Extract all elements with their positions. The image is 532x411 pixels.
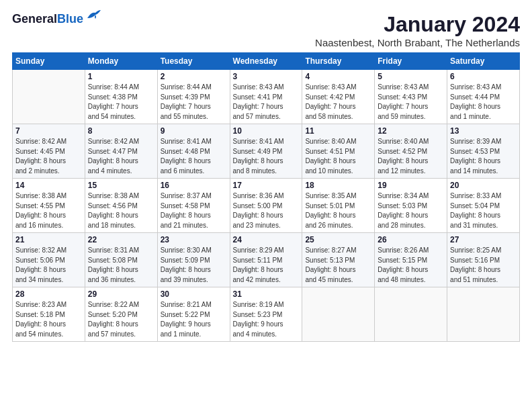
calendar-cell: 17Sunrise: 8:36 AM Sunset: 5:00 PM Dayli… [230,179,302,233]
day-number: 13 [450,126,517,136]
day-info: Sunrise: 8:42 AM Sunset: 4:47 PM Dayligh… [88,137,154,176]
day-info: Sunrise: 8:27 AM Sunset: 5:13 PM Dayligh… [305,246,371,285]
calendar-header-row: SundayMondayTuesdayWednesdayThursdayFrid… [13,53,520,70]
day-info: Sunrise: 8:43 AM Sunset: 4:42 PM Dayligh… [305,83,371,122]
title-area: January 2024 Naastenbest, North Brabant,… [315,12,520,48]
col-header-saturday: Saturday [447,53,520,70]
day-info: Sunrise: 8:26 AM Sunset: 5:15 PM Dayligh… [378,246,444,285]
calendar-week-row: 1Sunrise: 8:44 AM Sunset: 4:38 PM Daylig… [13,70,520,124]
calendar-week-row: 21Sunrise: 8:32 AM Sunset: 5:06 PM Dayli… [13,233,520,287]
page: GeneralBlue January 2024 Naastenbest, No… [0,0,532,349]
logo-general: General [12,12,57,26]
day-info: Sunrise: 8:29 AM Sunset: 5:11 PM Dayligh… [233,246,300,285]
calendar-cell: 16Sunrise: 8:37 AM Sunset: 4:58 PM Dayli… [157,179,230,233]
calendar-cell: 27Sunrise: 8:25 AM Sunset: 5:16 PM Dayli… [447,233,520,287]
day-info: Sunrise: 8:40 AM Sunset: 4:52 PM Dayligh… [378,137,444,176]
day-number: 19 [378,181,444,190]
calendar-cell: 18Sunrise: 8:35 AM Sunset: 5:01 PM Dayli… [302,179,375,233]
day-number: 1 [88,72,154,81]
day-number: 10 [233,126,300,136]
day-number: 30 [161,289,227,299]
calendar-table: SundayMondayTuesdayWednesdayThursdayFrid… [12,52,520,342]
calendar-cell: 7Sunrise: 8:42 AM Sunset: 4:45 PM Daylig… [13,124,85,179]
calendar-week-row: 7Sunrise: 8:42 AM Sunset: 4:45 PM Daylig… [13,124,520,179]
day-info: Sunrise: 8:25 AM Sunset: 5:16 PM Dayligh… [450,246,517,285]
calendar-cell [375,287,447,342]
logo: GeneralBlue [12,12,101,26]
day-number: 16 [161,181,227,190]
day-number: 18 [305,181,371,190]
col-header-thursday: Thursday [302,53,375,70]
day-info: Sunrise: 8:40 AM Sunset: 4:51 PM Dayligh… [305,137,371,176]
day-number: 25 [305,235,371,244]
month-title: January 2024 [315,12,520,37]
day-info: Sunrise: 8:22 AM Sunset: 5:20 PM Dayligh… [88,300,154,339]
calendar-week-row: 28Sunrise: 8:23 AM Sunset: 5:18 PM Dayli… [13,287,520,342]
calendar-cell: 10Sunrise: 8:41 AM Sunset: 4:49 PM Dayli… [230,124,302,179]
col-header-wednesday: Wednesday [230,53,302,70]
day-info: Sunrise: 8:44 AM Sunset: 4:38 PM Dayligh… [88,83,154,122]
day-info: Sunrise: 8:34 AM Sunset: 5:03 PM Dayligh… [378,191,444,230]
day-info: Sunrise: 8:44 AM Sunset: 4:39 PM Dayligh… [161,83,227,122]
col-header-tuesday: Tuesday [157,53,230,70]
calendar-cell: 31Sunrise: 8:19 AM Sunset: 5:23 PM Dayli… [230,287,302,342]
day-info: Sunrise: 8:35 AM Sunset: 5:01 PM Dayligh… [305,191,371,230]
calendar-cell: 22Sunrise: 8:31 AM Sunset: 5:08 PM Dayli… [85,233,157,287]
day-number: 9 [161,126,227,136]
day-info: Sunrise: 8:23 AM Sunset: 5:18 PM Dayligh… [15,300,82,339]
location-title: Naastenbest, North Brabant, The Netherla… [315,37,520,48]
day-info: Sunrise: 8:41 AM Sunset: 4:48 PM Dayligh… [161,137,227,176]
day-info: Sunrise: 8:42 AM Sunset: 4:45 PM Dayligh… [15,137,82,176]
calendar-cell: 3Sunrise: 8:43 AM Sunset: 4:41 PM Daylig… [230,70,302,124]
day-info: Sunrise: 8:43 AM Sunset: 4:43 PM Dayligh… [378,83,444,122]
day-number: 29 [88,289,154,299]
day-info: Sunrise: 8:31 AM Sunset: 5:08 PM Dayligh… [88,246,154,285]
header: GeneralBlue January 2024 Naastenbest, No… [12,12,520,48]
calendar-cell: 15Sunrise: 8:38 AM Sunset: 4:56 PM Dayli… [85,179,157,233]
day-number: 26 [378,235,444,244]
day-number: 7 [15,126,82,136]
day-number: 20 [450,181,517,190]
calendar-cell: 8Sunrise: 8:42 AM Sunset: 4:47 PM Daylig… [85,124,157,179]
col-header-friday: Friday [375,53,447,70]
day-info: Sunrise: 8:37 AM Sunset: 4:58 PM Dayligh… [161,191,227,230]
calendar-cell: 19Sunrise: 8:34 AM Sunset: 5:03 PM Dayli… [375,179,447,233]
day-number: 15 [88,181,154,190]
day-number: 22 [88,235,154,244]
calendar-cell: 6Sunrise: 8:43 AM Sunset: 4:44 PM Daylig… [447,70,520,124]
logo-bird-icon [86,9,101,21]
day-number: 24 [233,235,300,244]
calendar-cell: 5Sunrise: 8:43 AM Sunset: 4:43 PM Daylig… [375,70,447,124]
day-number: 6 [450,72,517,81]
calendar-cell [13,70,85,124]
day-number: 4 [305,72,371,81]
col-header-monday: Monday [85,53,157,70]
day-number: 2 [161,72,227,81]
calendar-cell: 24Sunrise: 8:29 AM Sunset: 5:11 PM Dayli… [230,233,302,287]
calendar-cell: 9Sunrise: 8:41 AM Sunset: 4:48 PM Daylig… [157,124,230,179]
day-number: 14 [15,181,82,190]
day-number: 3 [233,72,300,81]
day-info: Sunrise: 8:38 AM Sunset: 4:55 PM Dayligh… [15,191,82,230]
day-number: 23 [161,235,227,244]
day-number: 5 [378,72,444,81]
day-info: Sunrise: 8:43 AM Sunset: 4:44 PM Dayligh… [450,83,517,122]
calendar-week-row: 14Sunrise: 8:38 AM Sunset: 4:55 PM Dayli… [13,179,520,233]
calendar-cell: 28Sunrise: 8:23 AM Sunset: 5:18 PM Dayli… [13,287,85,342]
day-number: 27 [450,235,517,244]
calendar-cell: 13Sunrise: 8:39 AM Sunset: 4:53 PM Dayli… [447,124,520,179]
day-number: 11 [305,126,371,136]
day-info: Sunrise: 8:41 AM Sunset: 4:49 PM Dayligh… [233,137,300,176]
day-info: Sunrise: 8:30 AM Sunset: 5:09 PM Dayligh… [161,246,227,285]
day-info: Sunrise: 8:19 AM Sunset: 5:23 PM Dayligh… [233,300,300,339]
calendar-cell: 26Sunrise: 8:26 AM Sunset: 5:15 PM Dayli… [375,233,447,287]
day-info: Sunrise: 8:38 AM Sunset: 4:56 PM Dayligh… [88,191,154,230]
calendar-cell: 4Sunrise: 8:43 AM Sunset: 4:42 PM Daylig… [302,70,375,124]
day-info: Sunrise: 8:32 AM Sunset: 5:06 PM Dayligh… [15,246,82,285]
calendar-cell: 20Sunrise: 8:33 AM Sunset: 5:04 PM Dayli… [447,179,520,233]
calendar-cell: 12Sunrise: 8:40 AM Sunset: 4:52 PM Dayli… [375,124,447,179]
day-number: 12 [378,126,444,136]
calendar-cell: 30Sunrise: 8:21 AM Sunset: 5:22 PM Dayli… [157,287,230,342]
calendar-cell: 1Sunrise: 8:44 AM Sunset: 4:38 PM Daylig… [85,70,157,124]
calendar-cell [447,287,520,342]
